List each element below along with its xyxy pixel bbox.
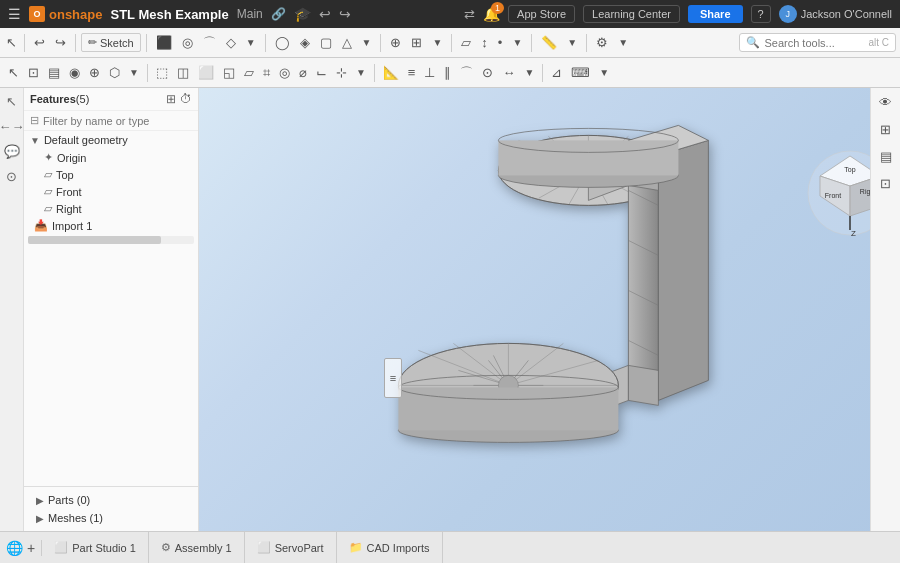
- plane-icon-right: ▱: [44, 202, 52, 215]
- tab-cad-imports[interactable]: 📁 CAD Imports: [337, 532, 443, 563]
- tb2-icon13[interactable]: ◎: [275, 63, 294, 82]
- boolean-icon[interactable]: ⊕: [386, 33, 405, 52]
- tb2-icon23[interactable]: ↔: [498, 63, 519, 82]
- tb2-icon21[interactable]: ⌒: [456, 62, 477, 84]
- add-tab-button[interactable]: +: [27, 540, 35, 556]
- tab-servopart[interactable]: ⬜ ServoPart: [245, 532, 337, 563]
- viewport[interactable]: Right: [199, 88, 900, 531]
- tb2-icon3[interactable]: ▤: [44, 63, 64, 82]
- tree-item-origin[interactable]: ✦ Origin: [24, 149, 198, 166]
- meshes-section[interactable]: ▶ Meshes (1): [30, 509, 192, 527]
- select-icon[interactable]: ↖: [4, 33, 19, 52]
- tb2-more1[interactable]: ▼: [125, 65, 143, 80]
- tb2-icon10[interactable]: ◱: [219, 63, 239, 82]
- viewport-left-button[interactable]: ≡: [384, 358, 402, 398]
- redo-tb-button[interactable]: ↪: [51, 33, 70, 52]
- tb2-more2[interactable]: ▼: [352, 65, 370, 80]
- tb2-icon15[interactable]: ⌙: [312, 63, 331, 82]
- pattern-icon[interactable]: ⊞: [407, 33, 426, 52]
- point-icon[interactable]: •: [494, 33, 507, 52]
- tb2-icon12[interactable]: ⌗: [259, 63, 274, 83]
- tb2-icon9[interactable]: ⬜: [194, 63, 218, 82]
- help-button[interactable]: ?: [751, 5, 771, 23]
- tb2-icon5[interactable]: ⊕: [85, 63, 104, 82]
- plane-icon[interactable]: ▱: [457, 33, 475, 52]
- add-feature-icon[interactable]: ⊞: [166, 92, 176, 106]
- learning-center-button[interactable]: Learning Center: [583, 5, 680, 23]
- settings-icon[interactable]: ⚙: [592, 33, 612, 52]
- app-store-button[interactable]: App Store: [508, 5, 575, 23]
- rp-icon3[interactable]: ▤: [877, 146, 895, 167]
- tree-item-top[interactable]: ▱ Top: [24, 166, 198, 183]
- top-bar: ☰ O onshape STL Mesh Example Main 🔗 🎓 ↩ …: [0, 0, 900, 28]
- tree-item-import[interactable]: 📥 Import 1: [24, 217, 198, 234]
- more4-icon[interactable]: ▼: [508, 35, 526, 50]
- revolve-icon[interactable]: ◎: [178, 33, 197, 52]
- bookmark-icon[interactable]: 🎓: [294, 6, 311, 22]
- hamburger-menu[interactable]: ☰: [8, 6, 21, 22]
- measure-icon[interactable]: 📏: [537, 33, 561, 52]
- rp-icon1[interactable]: 👁: [876, 92, 895, 113]
- sketch-button[interactable]: ✏ Sketch: [81, 33, 141, 52]
- undo-button[interactable]: ↩: [319, 6, 331, 22]
- tab-part-studio[interactable]: ⬜ Part Studio 1: [42, 532, 149, 563]
- tb2-icon17[interactable]: 📐: [379, 63, 403, 82]
- left-icon-dimension[interactable]: ←→: [0, 117, 27, 136]
- rp-icon4[interactable]: ⊡: [877, 173, 894, 194]
- tb2-icon18[interactable]: ≡: [404, 63, 420, 82]
- parts-expand-icon: ▶: [36, 495, 44, 506]
- rp-icon2[interactable]: ⊞: [877, 119, 894, 140]
- share-button[interactable]: Share: [688, 5, 743, 23]
- fillet-icon[interactable]: ◯: [271, 33, 294, 52]
- tb2-icon4[interactable]: ◉: [65, 63, 84, 82]
- more5-icon[interactable]: ▼: [563, 35, 581, 50]
- tree-item-right[interactable]: ▱ Right: [24, 200, 198, 217]
- tb2-icon1[interactable]: ↖: [4, 63, 23, 82]
- tree-item-front[interactable]: ▱ Front: [24, 183, 198, 200]
- tb2-icon20[interactable]: ∥: [440, 63, 455, 82]
- tb2-icon14[interactable]: ⌀: [295, 63, 311, 82]
- top-bar-right: ⇄ 1 🔔 App Store Learning Center Share ? …: [464, 5, 892, 23]
- tb2-icon22[interactable]: ⊙: [478, 63, 497, 82]
- tb2-icon6[interactable]: ⬡: [105, 63, 124, 82]
- shell-icon[interactable]: ▢: [316, 33, 336, 52]
- tb2-icon11[interactable]: ▱: [240, 63, 258, 82]
- user-menu[interactable]: J Jackson O'Connell: [779, 5, 892, 23]
- loft-icon[interactable]: ◇: [222, 33, 240, 52]
- tb2-icon25[interactable]: ⌨: [567, 63, 594, 82]
- redo-button[interactable]: ↪: [339, 6, 351, 22]
- feature-options-icon[interactable]: ⏱: [180, 92, 192, 106]
- left-icon-comment[interactable]: 💬: [2, 142, 22, 161]
- more2-icon[interactable]: ▼: [358, 35, 376, 50]
- more1-icon[interactable]: ▼: [242, 35, 260, 50]
- default-geometry-group[interactable]: ▼ Default geometry: [24, 131, 198, 149]
- axis-icon[interactable]: ↕: [477, 33, 492, 52]
- more3-icon[interactable]: ▼: [428, 35, 446, 50]
- divider9: [147, 64, 148, 82]
- parts-section[interactable]: ▶ Parts (0): [30, 491, 192, 509]
- tb2-icon16[interactable]: ⊹: [332, 63, 351, 82]
- sweep-icon[interactable]: ⌒: [199, 32, 220, 54]
- draft-icon[interactable]: △: [338, 33, 356, 52]
- left-icon-filter[interactable]: ⊙: [4, 167, 19, 186]
- divider10: [374, 64, 375, 82]
- globe-icon[interactable]: 🌐: [6, 540, 23, 556]
- sketch-label: Sketch: [100, 37, 134, 49]
- tb2-icon2[interactable]: ⊡: [24, 63, 43, 82]
- left-icon-select[interactable]: ↖: [4, 92, 19, 111]
- settings-more-icon[interactable]: ▼: [614, 35, 632, 50]
- tb2-more3[interactable]: ▼: [520, 65, 538, 80]
- extrude-icon[interactable]: ⬛: [152, 33, 176, 52]
- tb2-icon7[interactable]: ⬚: [152, 63, 172, 82]
- tb2-icon19[interactable]: ⊥: [420, 63, 439, 82]
- chamfer-icon[interactable]: ◈: [296, 33, 314, 52]
- tab-assembly1[interactable]: ⚙ Assembly 1: [149, 532, 245, 563]
- tb2-more4[interactable]: ▼: [595, 65, 613, 80]
- filter-input[interactable]: [43, 115, 192, 127]
- undo-tb-button[interactable]: ↩: [30, 33, 49, 52]
- left-icons-strip: ↖ ←→ 💬 ⊙: [0, 88, 24, 531]
- tb2-icon8[interactable]: ◫: [173, 63, 193, 82]
- search-input[interactable]: [764, 37, 864, 49]
- tb2-icon24[interactable]: ⊿: [547, 63, 566, 82]
- scrollbar-thumb[interactable]: [28, 236, 161, 244]
